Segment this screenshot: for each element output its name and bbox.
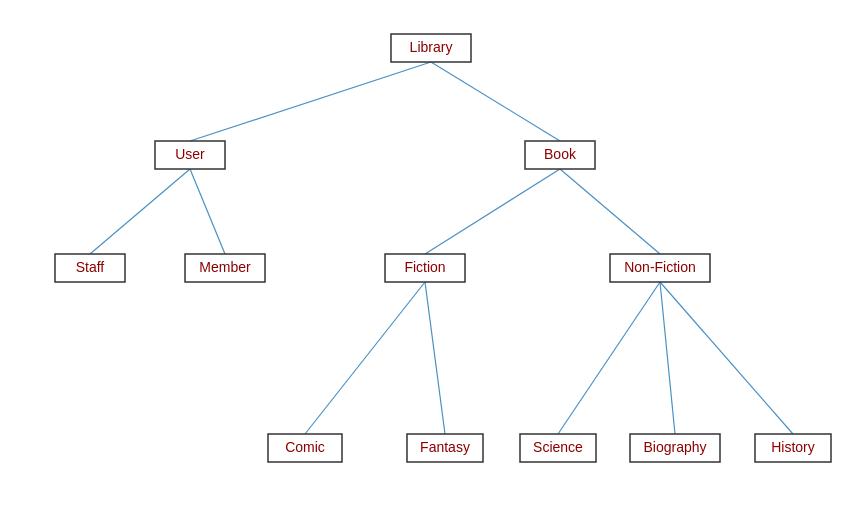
node-nonfiction[interactable]: Non-Fiction	[610, 254, 710, 282]
edge-fiction-fantasy	[425, 282, 445, 434]
node-label-comic: Comic	[285, 439, 325, 455]
node-label-history: History	[771, 439, 815, 455]
edge-fiction-comic	[305, 282, 425, 434]
node-label-nonfiction: Non-Fiction	[624, 259, 696, 275]
node-fantasy[interactable]: Fantasy	[407, 434, 483, 462]
node-label-biography: Biography	[643, 439, 706, 455]
node-user[interactable]: User	[155, 141, 225, 169]
edge-book-fiction	[425, 169, 560, 254]
edge-nonfiction-science	[558, 282, 660, 434]
node-comic[interactable]: Comic	[268, 434, 342, 462]
edge-user-member	[190, 169, 225, 254]
node-label-science: Science	[533, 439, 583, 455]
edge-nonfiction-history	[660, 282, 793, 434]
node-label-fantasy: Fantasy	[420, 439, 470, 455]
node-history[interactable]: History	[755, 434, 831, 462]
node-staff[interactable]: Staff	[55, 254, 125, 282]
node-label-library: Library	[410, 39, 453, 55]
node-fiction[interactable]: Fiction	[385, 254, 465, 282]
edge-library-user	[190, 62, 431, 141]
edge-user-staff	[90, 169, 190, 254]
node-science[interactable]: Science	[520, 434, 596, 462]
node-member[interactable]: Member	[185, 254, 265, 282]
edge-book-nonfiction	[560, 169, 660, 254]
node-book[interactable]: Book	[525, 141, 595, 169]
node-label-book: Book	[544, 146, 577, 162]
node-label-member: Member	[199, 259, 251, 275]
edge-nonfiction-biography	[660, 282, 675, 434]
node-label-fiction: Fiction	[404, 259, 445, 275]
node-label-user: User	[175, 146, 205, 162]
node-library[interactable]: Library	[391, 34, 471, 62]
node-biography[interactable]: Biography	[630, 434, 720, 462]
tree-diagram: LibraryUserBookStaffMemberFictionNon-Fic…	[0, 0, 863, 512]
node-label-staff: Staff	[76, 259, 105, 275]
edge-library-book	[431, 62, 560, 141]
